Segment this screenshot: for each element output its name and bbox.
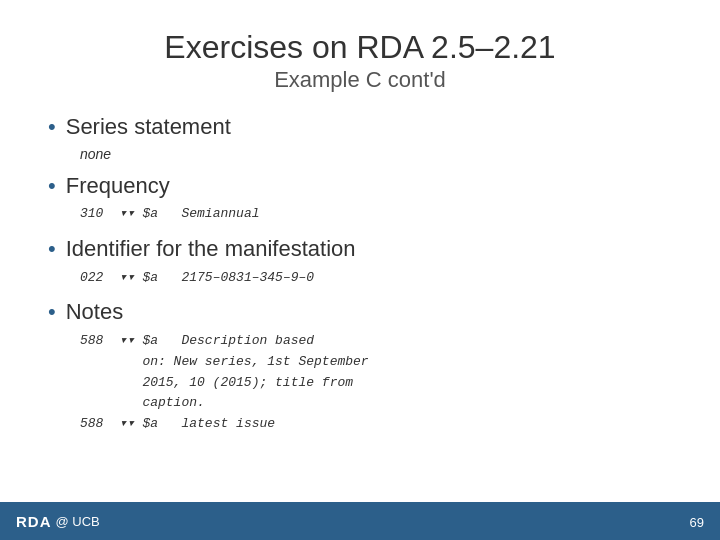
- bullet-dot-identifier: •: [48, 235, 56, 264]
- notes-marc-line5: 588 ▾▾ $a latest issue: [80, 416, 275, 431]
- bullet-series: • Series statement none: [48, 113, 672, 162]
- footer-bar: RDA @ UCB 69: [0, 502, 720, 540]
- bullet-row-series: • Series statement: [48, 113, 672, 142]
- bullet-label-series: Series statement: [66, 113, 231, 142]
- bullet-notes: • Notes 588 ▾▾ $a Description based on: …: [48, 298, 672, 435]
- series-content: none: [80, 146, 672, 162]
- bullet-row-frequency: • Frequency: [48, 172, 672, 201]
- notes-content: 588 ▾▾ $a Description based on: New seri…: [80, 331, 672, 435]
- bullet-identifier: • Identifier for the manifestation 022 ▾…: [48, 235, 672, 288]
- notes-marc-line3: 2015, 10 (2015); title from: [80, 375, 353, 390]
- title-block: Exercises on RDA 2.5–2.21 Example C cont…: [48, 28, 672, 95]
- sub-title: Example C cont'd: [48, 66, 672, 95]
- bullet-label-identifier: Identifier for the manifestation: [66, 235, 356, 264]
- identifier-marc: 022 ▾▾ $a 2175–0831–345–9–0: [80, 270, 314, 285]
- page-number: 69: [690, 515, 704, 530]
- main-title: Exercises on RDA 2.5–2.21: [48, 28, 672, 66]
- bullet-dot-series: •: [48, 113, 56, 142]
- slide-container: Exercises on RDA 2.5–2.21 Example C cont…: [0, 0, 720, 540]
- bullet-dot-notes: •: [48, 298, 56, 327]
- footer-logo: RDA: [16, 513, 52, 530]
- notes-marc-line1: 588 ▾▾ $a Description based: [80, 333, 314, 348]
- bullet-label-frequency: Frequency: [66, 172, 170, 201]
- notes-marc-line2: on: New series, 1st September: [80, 354, 369, 369]
- bullet-row-notes: • Notes: [48, 298, 672, 327]
- footer-text: @ UCB: [56, 514, 100, 529]
- bullet-dot-frequency: •: [48, 172, 56, 201]
- bullet-frequency: • Frequency 310 ▾▾ $a Semiannual: [48, 172, 672, 225]
- notes-marc-line4: caption.: [80, 395, 205, 410]
- frequency-content: 310 ▾▾ $a Semiannual: [80, 204, 672, 225]
- frequency-marc: 310 ▾▾ $a Semiannual: [80, 206, 259, 221]
- bullet-row-identifier: • Identifier for the manifestation: [48, 235, 672, 264]
- bullet-label-notes: Notes: [66, 298, 123, 327]
- identifier-content: 022 ▾▾ $a 2175–0831–345–9–0: [80, 268, 672, 289]
